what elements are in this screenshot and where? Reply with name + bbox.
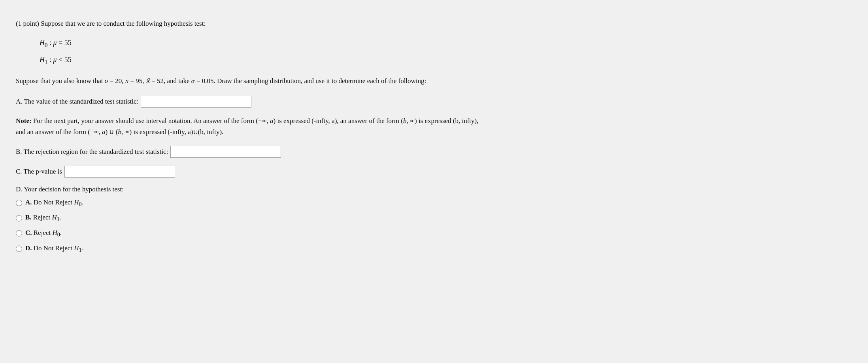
intro-text: (1 point) Suppose that we are to conduct… — [16, 20, 767, 28]
option-c-text: Reject H0. — [34, 229, 62, 236]
question-c-line: C. The p-value is — [16, 166, 767, 178]
option-d-text: Do Not Reject H1. — [34, 244, 83, 252]
question-a-block: A. The value of the standardized test st… — [16, 96, 767, 108]
option-d-row: D. Do Not Reject H1. — [16, 243, 767, 255]
question-d-block: D. Your decision for the hypothesis test… — [16, 185, 767, 255]
option-d-label[interactable]: D. Do Not Reject H1. — [25, 243, 83, 255]
option-b-text: Reject H1. — [33, 214, 61, 221]
option-b-row: B. Reject H1. — [16, 212, 767, 224]
option-a-row: A. Do Not Reject H0. — [16, 197, 767, 209]
option-d-bold: D. — [25, 244, 32, 252]
h0-line: H0 : μ = 55 — [40, 36, 767, 51]
option-c-radio[interactable] — [16, 230, 22, 236]
option-a-radio[interactable] — [16, 200, 22, 206]
option-c-label[interactable]: C. Reject H0. — [25, 228, 62, 239]
question-a-input[interactable] — [141, 96, 251, 108]
question-c-input[interactable] — [64, 166, 175, 178]
option-a-bold: A. — [25, 199, 32, 206]
option-b-label[interactable]: B. Reject H1. — [25, 212, 61, 224]
note-text: For the next part, your answer should us… — [16, 117, 478, 135]
h1-line: H1 : μ < 55 — [40, 53, 767, 68]
question-a-label: A. The value of the standardized test st… — [16, 98, 138, 106]
question-b-block: B. The rejection region for the standard… — [16, 146, 767, 158]
main-content: (1 point) Suppose that we are to conduct… — [16, 12, 767, 266]
question-d-label: D. Your decision for the hypothesis test… — [16, 185, 767, 193]
option-d-radio[interactable] — [16, 246, 22, 252]
question-c-label: C. The p-value is — [16, 168, 62, 176]
radio-options: A. Do Not Reject H0. B. Reject H1. C. Re… — [16, 197, 767, 255]
question-c-block: C. The p-value is — [16, 166, 767, 178]
option-a-label[interactable]: A. Do Not Reject H0. — [25, 197, 83, 209]
option-a-text: Do Not Reject H0. — [34, 199, 83, 206]
option-b-radio[interactable] — [16, 215, 22, 221]
option-c-bold: C. — [25, 229, 32, 236]
option-c-row: C. Reject H0. — [16, 228, 767, 239]
question-b-input[interactable] — [170, 146, 281, 158]
question-b-line: B. The rejection region for the standard… — [16, 146, 767, 158]
note-block: Note: For the next part, your answer sho… — [16, 115, 767, 137]
question-a-line: A. The value of the standardized test st… — [16, 96, 767, 108]
given-line: Suppose that you also know that σ = 20, … — [16, 76, 767, 86]
note-bold: Note: — [16, 117, 32, 125]
option-b-bold: B. — [25, 214, 32, 221]
hypothesis-block: H0 : μ = 55 H1 : μ < 55 — [40, 36, 767, 68]
question-b-label: B. The rejection region for the standard… — [16, 148, 168, 156]
